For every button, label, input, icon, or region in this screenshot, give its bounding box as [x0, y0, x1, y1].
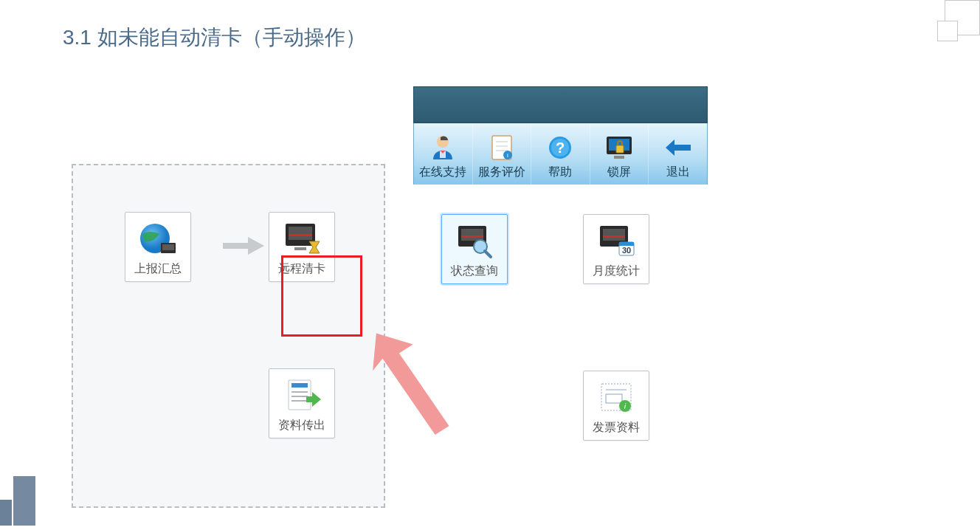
svg-rect-8 — [291, 383, 308, 388]
arrow-right-icon — [223, 235, 264, 256]
status-query-label: 状态查询 — [442, 262, 507, 283]
highlight-box — [281, 255, 362, 337]
exit-label: 退出 — [666, 165, 690, 180]
report-summary-label: 上报汇总 — [125, 260, 190, 281]
exit-button[interactable]: 退出 — [649, 123, 707, 185]
help-label: 帮助 — [548, 165, 572, 180]
service-rating-button[interactable]: i 服务评价 — [473, 123, 532, 185]
pointer-arrow-icon — [353, 319, 454, 446]
online-support-label: 在线支持 — [419, 165, 466, 180]
monitor-hourglass-icon — [269, 218, 334, 260]
svg-text:?: ? — [556, 140, 565, 156]
page-title: 3.1 如未能自动清卡（手动操作） — [63, 24, 366, 52]
svg-rect-24 — [614, 156, 624, 159]
monitor-search-icon — [442, 221, 507, 262]
svg-rect-4 — [289, 227, 312, 240]
svg-rect-27 — [461, 229, 483, 241]
title-bar — [413, 86, 708, 123]
svg-text:i: i — [507, 152, 508, 159]
invoice-icon: i — [584, 377, 649, 419]
back-arrow-icon — [664, 133, 692, 162]
svg-rect-25 — [616, 145, 624, 153]
notepad-icon: i — [489, 133, 514, 162]
globe-icon — [125, 218, 190, 260]
online-support-button[interactable]: 在线支持 — [414, 123, 473, 185]
invoice-info-label: 发票资料 — [584, 419, 649, 440]
svg-rect-5 — [289, 234, 312, 236]
svg-rect-6 — [294, 247, 306, 250]
monitor-calendar-icon: 30 — [584, 221, 649, 262]
invoice-info-button[interactable]: i 发票资料 — [583, 371, 649, 441]
svg-line-30 — [485, 251, 491, 257]
lock-button[interactable]: 锁屏 — [590, 123, 649, 185]
svg-rect-28 — [461, 235, 483, 238]
status-query-button[interactable]: 状态查询 — [441, 214, 508, 284]
service-rating-label: 服务评价 — [478, 165, 525, 180]
monthly-stats-label: 月度统计 — [584, 262, 649, 283]
report-summary-button[interactable]: 上报汇总 — [125, 212, 191, 282]
lock-screen-icon — [605, 133, 633, 162]
svg-rect-32 — [603, 229, 625, 241]
svg-rect-2 — [162, 244, 174, 250]
help-icon: ? — [548, 133, 573, 162]
app-toolbar-window: 在线支持 i 服务评价 ? — [413, 86, 708, 185]
help-button[interactable]: ? 帮助 — [531, 123, 590, 185]
export-data-button[interactable]: 资料传出 — [269, 368, 335, 438]
export-data-label: 资料传出 — [269, 416, 334, 438]
monthly-stats-button[interactable]: 30 月度统计 — [583, 214, 649, 284]
main-toolbar: 在线支持 i 服务评价 ? — [413, 123, 708, 185]
document-export-icon — [269, 375, 334, 416]
lock-label: 锁屏 — [607, 165, 631, 180]
svg-rect-33 — [603, 235, 625, 238]
svg-text:30: 30 — [622, 246, 631, 255]
person-icon — [430, 133, 455, 162]
